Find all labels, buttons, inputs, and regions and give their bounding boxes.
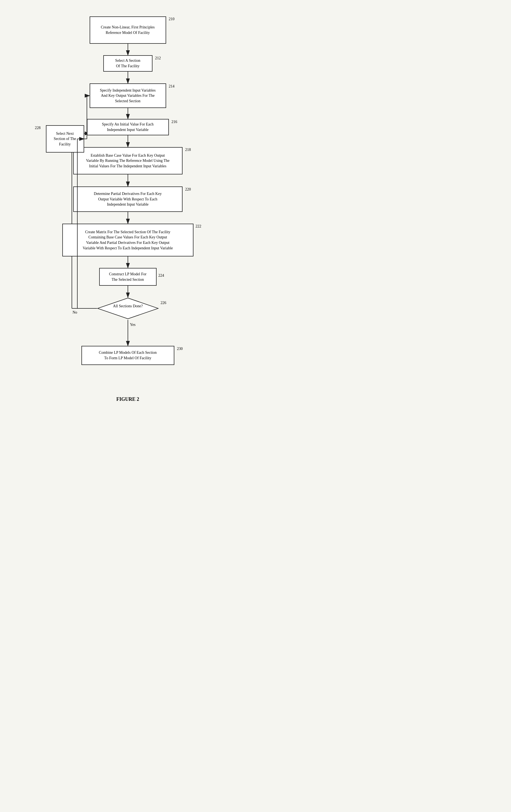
node-218: Establish Base Case Value For Each Key O… [73,147,183,174]
node-222: Create Matrix For The Selected Section O… [62,224,193,257]
ref-226: 226 [161,301,167,305]
node-212-label: Select A Section Of The Facility [115,58,141,69]
ref-210: 210 [169,17,175,21]
node-226: All Sections Done? [97,297,159,319]
ref-216: 216 [172,120,177,124]
ref-224: 224 [158,273,164,278]
node-210-label: Create Non-Linear, First Principles Refe… [101,25,155,35]
ref-228: 228 [35,126,41,130]
ref-222: 222 [196,224,201,229]
yes-label: Yes [130,323,136,327]
node-230: Combine LP Models Of Each Section To For… [82,346,174,365]
node-230-label: Combine LP Models Of Each Section To For… [99,350,157,360]
node-228-label: Select Next Section of The Facility [54,131,76,147]
ref-218: 218 [185,148,191,152]
node-224-label: Construct LP Model For The Selected Sect… [109,271,147,282]
node-228: Select Next Section of The Facility [46,125,84,152]
node-218-label: Establish Base Case Value For Each Key O… [86,153,170,169]
node-214-label: Specify Independent Input Variables And … [100,88,156,104]
node-214: Specify Independent Input Variables And … [90,83,166,108]
figure-label: FIGURE 2 [116,397,139,402]
node-212: Select A Section Of The Facility [103,55,152,71]
node-210: Create Non-Linear, First Principles Refe… [90,17,166,44]
ref-214: 214 [169,84,175,89]
node-216-label: Specify An Initial Value For Each Indepe… [102,122,154,132]
ref-220: 220 [185,187,191,192]
node-224: Construct LP Model For The Selected Sect… [99,268,157,286]
ref-212: 212 [155,56,161,60]
ref-230: 230 [177,347,183,351]
node-222-label: Create Matrix For The Selected Section O… [83,229,173,251]
node-220: Determine Partial Derivatives For Each K… [73,186,183,212]
node-220-label: Determine Partial Derivatives For Each K… [94,191,161,207]
svg-marker-14 [97,298,158,319]
svg-text:All Sections Done?: All Sections Done? [113,304,143,308]
node-216: Specify An Initial Value For Each Indepe… [87,119,169,135]
no-label: No [73,310,77,315]
